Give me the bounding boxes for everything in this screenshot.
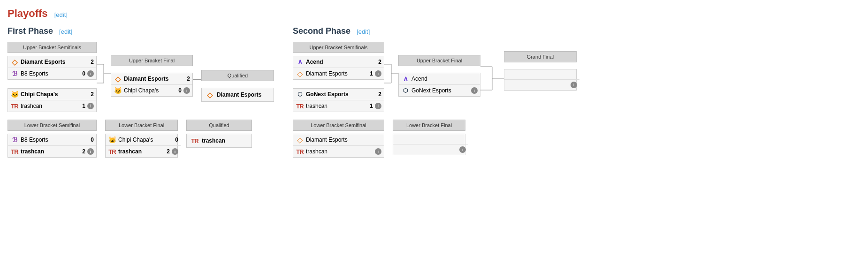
diamant-logo: ◇ <box>296 69 304 78</box>
connector-line <box>193 79 201 80</box>
team-score: 2 <box>163 148 170 155</box>
team-score: 2 <box>79 148 85 155</box>
team-row <box>393 134 468 144</box>
team-name: Acend <box>306 59 373 65</box>
round-header-lbf-2: Lower Bracket Final <box>393 120 465 131</box>
info-icon[interactable]: i <box>87 103 94 109</box>
team-name: Diamant Esports <box>21 59 85 65</box>
info-icon[interactable]: i <box>183 87 190 94</box>
team-row: ◇ Diamant Esports <box>293 134 384 146</box>
acend-logo: ∧ <box>296 58 304 66</box>
info-icon[interactable]: i <box>172 148 178 155</box>
chipi-logo: 🐱 <box>10 90 19 99</box>
team-name: Diamant Esports <box>306 70 365 77</box>
team-name: trashcan <box>21 148 77 155</box>
first-phase-edit-link[interactable]: [edit] <box>59 28 72 35</box>
tr-logo: TR <box>10 102 19 110</box>
lbf2-match1: i <box>393 134 465 158</box>
team-row <box>504 69 579 80</box>
team-score: 2 <box>375 59 381 65</box>
gonext-logo: ⬡ <box>401 86 410 95</box>
ubs1-match2: 🐱 Chipi Chapa's 2 TR trashcan 1 i <box>8 88 97 115</box>
second-phase-edit-link[interactable]: [edit] <box>357 28 370 35</box>
team-score: 1 <box>366 70 373 77</box>
round-header-lbf-1: Lower Bracket Final <box>105 120 178 131</box>
team-name: B8 Esports <box>21 136 85 143</box>
tr-logo: TR <box>108 147 116 156</box>
team-score: 2 <box>375 91 381 98</box>
first-phase-upper-bracket: Upper Bracket Semifinals ◇ Diamant Espor… <box>8 42 274 115</box>
team-row: TR trashcan 1 i <box>293 100 384 112</box>
info-icon[interactable]: i <box>375 148 381 155</box>
round-header-ubs-2: Upper Bracket Semifinals <box>293 42 384 53</box>
team-score: 2 <box>87 91 94 98</box>
team-score: 0 <box>172 136 178 143</box>
team-row: 🐱 Chipi Chapa's 2 <box>8 89 96 100</box>
qualified-team: ◇ Diamant Esports <box>201 88 274 102</box>
lbf1-match1: 🐱 Chipi Chapa's 0 TR trashcan 2 i <box>105 134 178 160</box>
team-row: i <box>393 144 468 155</box>
chipi-logo: 🐱 <box>108 136 116 144</box>
team-name: Chipi Chapa's <box>118 136 170 143</box>
page-header: Playoffs [edit] <box>8 8 860 20</box>
team-row: ∧ Acend 2 <box>293 56 384 68</box>
round-header-ql1: Qualified <box>186 120 252 131</box>
team-name: Chipi Chapa's <box>21 91 85 98</box>
info-icon[interactable]: i <box>375 103 381 109</box>
acend-logo: ∧ <box>401 75 410 83</box>
round-header-gf: Grand Final <box>504 51 577 62</box>
second-phase-upper-bracket: Upper Bracket Semifinals ∧ Acend 2 ◇ Dia… <box>293 42 577 115</box>
first-phase-section: First Phase [edit] Upper Bracket Semifin… <box>8 22 274 160</box>
diamant-logo: ◇ <box>296 136 304 144</box>
team-row: TR trashcan 2 i <box>8 146 96 157</box>
gonext-logo: ⬡ <box>296 90 304 99</box>
team-row: ◇ Diamant Esports 2 <box>8 56 96 68</box>
team-row: i <box>504 80 579 90</box>
team-score: 1 <box>79 103 85 109</box>
chipi-logo: 🐱 <box>114 86 122 95</box>
team-name: trashcan <box>118 148 161 155</box>
info-icon[interactable]: i <box>375 70 381 77</box>
connector-line <box>97 133 105 133</box>
info-icon[interactable]: i <box>87 70 94 77</box>
team-name: GoNext Esports <box>411 87 469 94</box>
team-score: 0 <box>87 136 94 143</box>
second-phase-lower-bracket: Lower Bracket Semifinal ◇ Diamant Esport… <box>293 120 577 160</box>
second-phase-title: Second Phase [edit] <box>293 26 577 36</box>
round-header-ubs-1: Upper Bracket Semifinals <box>8 42 97 53</box>
info-icon[interactable]: i <box>87 148 94 155</box>
tr-logo: TR <box>296 102 304 110</box>
team-name: B8 Esports <box>21 70 77 77</box>
ubf2-match1: ∧ Acend ⬡ GoNext Esports i <box>398 69 480 99</box>
team-row: 🐱 Chipi Chapa's 0 <box>106 134 181 146</box>
diamant-logo: ◇ <box>10 58 19 66</box>
info-icon[interactable]: i <box>459 146 466 153</box>
team-row: ⬡ GoNext Esports 2 <box>293 89 384 100</box>
connector-svg <box>97 55 111 92</box>
team-name: Acend <box>411 76 478 82</box>
info-icon[interactable]: i <box>471 87 478 94</box>
qualified-name: Diamant Esports <box>217 91 261 98</box>
team-row: ∧ Acend <box>399 73 480 85</box>
ubs1-match1: ◇ Diamant Esports 2 ℬ B8 Esports 0 i <box>8 56 97 83</box>
team-score: 2 <box>87 59 94 65</box>
tr-logo: TR <box>190 136 199 145</box>
team-name: trashcan <box>306 103 365 109</box>
connector-svg-2 <box>384 55 398 92</box>
team-row: 🐱 Chipi Chapa's 0 i <box>111 85 192 96</box>
ubs2-match2: ⬡ GoNext Esports 2 TR trashcan 1 i <box>293 88 384 115</box>
round-header-lbs-1: Lower Bracket Semifinal <box>8 120 97 131</box>
team-row: TR trashcan 2 i <box>106 146 181 157</box>
team-row: ℬ B8 Esports 0 <box>8 134 96 146</box>
lbs1-match1: ℬ B8 Esports 0 TR trashcan 2 i <box>8 134 97 160</box>
diamant-logo: ◇ <box>114 75 122 83</box>
team-row: ◇ Diamant Esports 2 <box>111 73 192 85</box>
connector-line <box>178 133 186 133</box>
tr-logo: TR <box>10 147 19 156</box>
round-header-lbs-2: Lower Bracket Semifinal <box>293 120 384 131</box>
ubs2-match1: ∧ Acend 2 ◇ Diamant Esports 1 i <box>293 56 384 83</box>
round-header-ubf-2: Upper Bracket Final <box>398 55 480 66</box>
info-icon[interactable]: i <box>571 82 577 88</box>
team-row: ℬ B8 Esports 0 i <box>8 68 96 79</box>
page-edit-link[interactable]: [edit] <box>54 11 68 18</box>
